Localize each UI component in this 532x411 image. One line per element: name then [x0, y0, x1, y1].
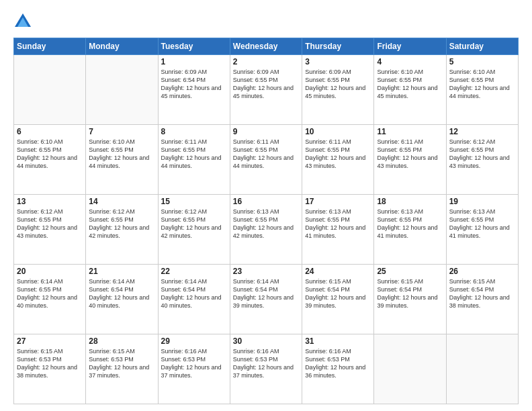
- weekday-header-monday: Monday: [86, 38, 158, 55]
- day-info: Sunrise: 6:14 AM Sunset: 6:54 PM Dayligh…: [161, 277, 227, 310]
- day-info: Sunrise: 6:13 AM Sunset: 6:55 PM Dayligh…: [377, 208, 443, 240]
- day-info: Sunrise: 6:12 AM Sunset: 6:55 PM Dayligh…: [17, 208, 83, 240]
- calendar-cell: 29Sunrise: 6:16 AM Sunset: 6:53 PM Dayli…: [158, 334, 230, 404]
- day-info: Sunrise: 6:09 AM Sunset: 6:54 PM Dayligh…: [161, 68, 227, 101]
- day-info: Sunrise: 6:11 AM Sunset: 6:55 PM Dayligh…: [377, 138, 443, 171]
- day-number: 30: [233, 336, 299, 346]
- weekday-header-sunday: Sunday: [14, 38, 86, 55]
- calendar-cell: 20Sunrise: 6:14 AM Sunset: 6:55 PM Dayli…: [14, 265, 86, 334]
- calendar-cell: 21Sunrise: 6:14 AM Sunset: 6:54 PM Dayli…: [86, 265, 158, 334]
- calendar-cell: 3Sunrise: 6:09 AM Sunset: 6:55 PM Daylig…: [302, 55, 374, 125]
- day-number: 4: [377, 57, 443, 66]
- weekday-header-friday: Friday: [374, 38, 446, 55]
- day-info: Sunrise: 6:16 AM Sunset: 6:53 PM Dayligh…: [161, 347, 227, 380]
- day-number: 12: [449, 127, 515, 136]
- calendar-cell: 17Sunrise: 6:13 AM Sunset: 6:55 PM Dayli…: [302, 195, 374, 265]
- day-info: Sunrise: 6:16 AM Sunset: 6:53 PM Dayligh…: [305, 347, 371, 380]
- weekday-header-wednesday: Wednesday: [230, 38, 302, 55]
- day-info: Sunrise: 6:12 AM Sunset: 6:55 PM Dayligh…: [89, 208, 154, 240]
- calendar-cell: 15Sunrise: 6:12 AM Sunset: 6:55 PM Dayli…: [158, 195, 230, 265]
- calendar-cell: 16Sunrise: 6:13 AM Sunset: 6:55 PM Dayli…: [230, 195, 302, 265]
- day-info: Sunrise: 6:14 AM Sunset: 6:54 PM Dayligh…: [233, 277, 299, 310]
- calendar-cell: 30Sunrise: 6:16 AM Sunset: 6:53 PM Dayli…: [230, 334, 302, 404]
- day-number: 18: [377, 197, 443, 206]
- calendar-cell: 6Sunrise: 6:10 AM Sunset: 6:55 PM Daylig…: [14, 125, 86, 195]
- day-info: Sunrise: 6:12 AM Sunset: 6:55 PM Dayligh…: [449, 138, 515, 171]
- day-info: Sunrise: 6:11 AM Sunset: 6:55 PM Dayligh…: [233, 138, 299, 171]
- day-number: 15: [161, 197, 227, 206]
- calendar-cell: 25Sunrise: 6:15 AM Sunset: 6:54 PM Dayli…: [374, 265, 446, 334]
- calendar-cell: 2Sunrise: 6:09 AM Sunset: 6:55 PM Daylig…: [230, 55, 302, 125]
- day-info: Sunrise: 6:10 AM Sunset: 6:55 PM Dayligh…: [89, 138, 154, 171]
- day-number: 28: [89, 336, 154, 346]
- day-number: 24: [305, 267, 371, 276]
- weekday-header-thursday: Thursday: [302, 38, 374, 55]
- day-number: 22: [161, 267, 227, 276]
- day-number: 20: [17, 267, 83, 276]
- day-info: Sunrise: 6:15 AM Sunset: 6:53 PM Dayligh…: [17, 347, 83, 380]
- page: SundayMondayTuesdayWednesdayThursdayFrid…: [0, 0, 532, 411]
- day-info: Sunrise: 6:15 AM Sunset: 6:54 PM Dayligh…: [305, 277, 371, 310]
- weekday-header-saturday: Saturday: [446, 38, 518, 55]
- day-number: 25: [377, 267, 443, 276]
- calendar-cell: 31Sunrise: 6:16 AM Sunset: 6:53 PM Dayli…: [302, 334, 374, 404]
- calendar-table: SundayMondayTuesdayWednesdayThursdayFrid…: [13, 38, 519, 404]
- day-number: 3: [305, 57, 371, 66]
- day-number: 31: [305, 336, 371, 346]
- day-info: Sunrise: 6:13 AM Sunset: 6:55 PM Dayligh…: [233, 208, 299, 240]
- day-number: 27: [17, 336, 83, 346]
- day-number: 7: [89, 127, 154, 136]
- day-number: 8: [161, 127, 227, 136]
- day-info: Sunrise: 6:15 AM Sunset: 6:53 PM Dayligh…: [89, 347, 154, 380]
- day-number: 13: [17, 197, 83, 206]
- calendar-cell: 11Sunrise: 6:11 AM Sunset: 6:55 PM Dayli…: [374, 125, 446, 195]
- calendar-cell: 4Sunrise: 6:10 AM Sunset: 6:55 PM Daylig…: [374, 55, 446, 125]
- day-info: Sunrise: 6:09 AM Sunset: 6:55 PM Dayligh…: [233, 68, 299, 101]
- day-info: Sunrise: 6:16 AM Sunset: 6:53 PM Dayligh…: [233, 347, 299, 380]
- calendar-cell: 27Sunrise: 6:15 AM Sunset: 6:53 PM Dayli…: [14, 334, 86, 404]
- day-info: Sunrise: 6:09 AM Sunset: 6:55 PM Dayligh…: [305, 68, 371, 101]
- day-number: 2: [233, 57, 299, 66]
- calendar-cell: 12Sunrise: 6:12 AM Sunset: 6:55 PM Dayli…: [446, 125, 518, 195]
- calendar-cell: 22Sunrise: 6:14 AM Sunset: 6:54 PM Dayli…: [158, 265, 230, 334]
- day-number: 11: [377, 127, 443, 136]
- calendar-cell: 10Sunrise: 6:11 AM Sunset: 6:55 PM Dayli…: [302, 125, 374, 195]
- logo-icon: [13, 12, 32, 31]
- calendar-cell: 26Sunrise: 6:15 AM Sunset: 6:54 PM Dayli…: [446, 265, 518, 334]
- calendar-cell: 28Sunrise: 6:15 AM Sunset: 6:53 PM Dayli…: [86, 334, 158, 404]
- weekday-header-tuesday: Tuesday: [158, 38, 230, 55]
- day-info: Sunrise: 6:15 AM Sunset: 6:54 PM Dayligh…: [377, 277, 443, 310]
- day-number: 26: [449, 267, 515, 276]
- calendar-week-2: 6Sunrise: 6:10 AM Sunset: 6:55 PM Daylig…: [14, 125, 519, 195]
- calendar-cell: 24Sunrise: 6:15 AM Sunset: 6:54 PM Dayli…: [302, 265, 374, 334]
- day-info: Sunrise: 6:10 AM Sunset: 6:55 PM Dayligh…: [17, 138, 83, 171]
- calendar-cell: 14Sunrise: 6:12 AM Sunset: 6:55 PM Dayli…: [86, 195, 158, 265]
- day-info: Sunrise: 6:15 AM Sunset: 6:54 PM Dayligh…: [449, 277, 515, 310]
- calendar-cell: [14, 55, 86, 125]
- calendar-cell: 5Sunrise: 6:10 AM Sunset: 6:55 PM Daylig…: [446, 55, 518, 125]
- weekday-header-row: SundayMondayTuesdayWednesdayThursdayFrid…: [14, 38, 519, 55]
- calendar-cell: 7Sunrise: 6:10 AM Sunset: 6:55 PM Daylig…: [86, 125, 158, 195]
- calendar-cell: 23Sunrise: 6:14 AM Sunset: 6:54 PM Dayli…: [230, 265, 302, 334]
- day-number: 21: [89, 267, 154, 276]
- day-number: 5: [449, 57, 515, 66]
- day-number: 19: [449, 197, 515, 206]
- calendar-cell: 19Sunrise: 6:13 AM Sunset: 6:55 PM Dayli…: [446, 195, 518, 265]
- day-number: 29: [161, 336, 227, 346]
- calendar-cell: [446, 334, 518, 404]
- calendar-cell: [86, 55, 158, 125]
- day-number: 23: [233, 267, 299, 276]
- day-info: Sunrise: 6:14 AM Sunset: 6:55 PM Dayligh…: [17, 277, 83, 310]
- calendar-week-1: 1Sunrise: 6:09 AM Sunset: 6:54 PM Daylig…: [14, 55, 519, 125]
- day-info: Sunrise: 6:11 AM Sunset: 6:55 PM Dayligh…: [305, 138, 371, 171]
- day-info: Sunrise: 6:14 AM Sunset: 6:54 PM Dayligh…: [89, 277, 154, 310]
- day-info: Sunrise: 6:10 AM Sunset: 6:55 PM Dayligh…: [449, 68, 515, 101]
- day-info: Sunrise: 6:10 AM Sunset: 6:55 PM Dayligh…: [377, 68, 443, 101]
- day-info: Sunrise: 6:11 AM Sunset: 6:55 PM Dayligh…: [161, 138, 227, 171]
- calendar-cell: 13Sunrise: 6:12 AM Sunset: 6:55 PM Dayli…: [14, 195, 86, 265]
- calendar-cell: 1Sunrise: 6:09 AM Sunset: 6:54 PM Daylig…: [158, 55, 230, 125]
- calendar-cell: 18Sunrise: 6:13 AM Sunset: 6:55 PM Dayli…: [374, 195, 446, 265]
- calendar-week-5: 27Sunrise: 6:15 AM Sunset: 6:53 PM Dayli…: [14, 334, 519, 404]
- day-number: 9: [233, 127, 299, 136]
- day-number: 14: [89, 197, 154, 206]
